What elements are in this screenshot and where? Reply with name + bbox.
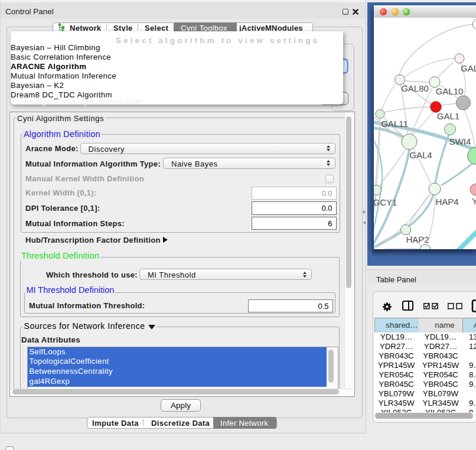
svg-text:GAL80: GAL80 — [401, 83, 429, 93]
svg-text:GAL: GAL — [461, 63, 476, 73]
svg-text:Y: Y — [472, 196, 476, 206]
svg-text:SWI4: SWI4 — [449, 136, 471, 146]
svg-text:GAL11: GAL11 — [381, 119, 408, 129]
svg-text:GAL4: GAL4 — [409, 150, 432, 160]
svg-text:GCY1: GCY1 — [374, 197, 397, 207]
svg-text:HAP2: HAP2 — [406, 234, 429, 244]
svg-text:GAL10: GAL10 — [436, 86, 464, 96]
svg-text:HAP4: HAP4 — [435, 197, 458, 207]
svg-text:GAL1: GAL1 — [437, 111, 459, 121]
